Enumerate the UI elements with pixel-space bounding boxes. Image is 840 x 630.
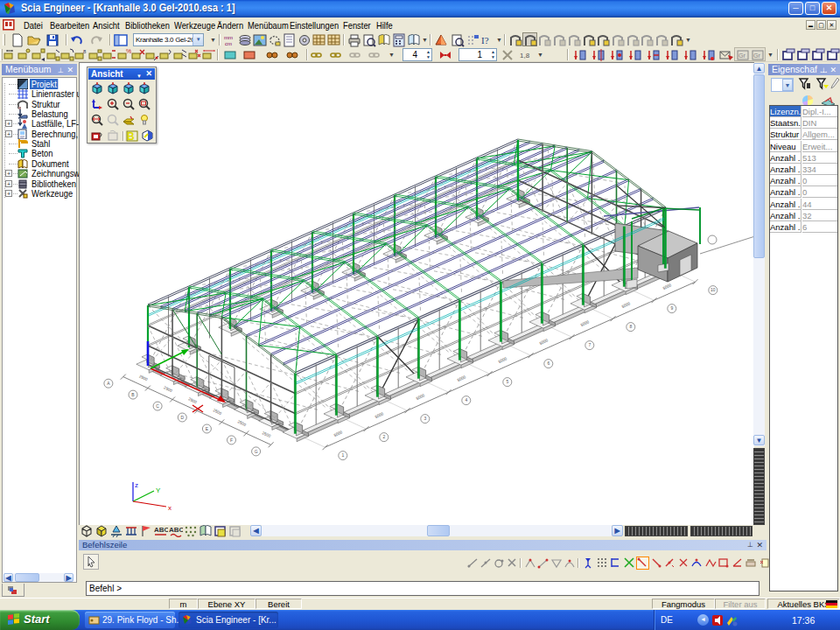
svg-text:mm: mm — [224, 35, 233, 40]
svg-text:%: % — [126, 48, 131, 54]
svg-text:2500: 2500 — [163, 385, 173, 393]
svg-text:8: 8 — [629, 324, 632, 329]
svg-text:2500: 2500 — [262, 430, 272, 438]
svg-text:I?: I? — [481, 35, 489, 46]
svg-text:5000: 5000 — [498, 356, 508, 364]
svg-text:F: F — [230, 438, 233, 443]
svg-text:5: 5 — [506, 379, 508, 384]
svg-text:ABC: ABC — [169, 526, 183, 534]
svg-text:x: x — [168, 504, 172, 512]
svg-text:10: 10 — [710, 287, 716, 292]
svg-text:1: 1 — [341, 452, 344, 458]
svg-text:7: 7 — [588, 342, 591, 347]
svg-text:Gr: Gr — [753, 52, 760, 59]
svg-text:5000: 5000 — [662, 283, 673, 290]
svg-text:cm: cm — [225, 41, 232, 46]
svg-text:5000: 5000 — [416, 393, 426, 401]
svg-text:1,8: 1,8 — [520, 52, 530, 60]
svg-text:5000: 5000 — [621, 301, 632, 309]
svg-text:2500: 2500 — [188, 396, 199, 404]
svg-text:4: 4 — [465, 397, 467, 402]
svg-text:Y: Y — [156, 486, 161, 494]
svg-text:z: z — [135, 481, 138, 489]
svg-text:2500: 2500 — [138, 374, 149, 382]
svg-text:ABC: ABC — [154, 526, 168, 534]
svg-text:5000: 5000 — [539, 338, 550, 346]
svg-text:C: C — [156, 403, 159, 409]
svg-text:3: 3 — [424, 416, 426, 421]
svg-text:B: B — [127, 130, 135, 142]
svg-text:5000: 5000 — [457, 374, 467, 382]
svg-text:8: 8 — [83, 49, 87, 54]
svg-text:Gr: Gr — [738, 52, 746, 59]
svg-text:5000: 5000 — [580, 319, 591, 327]
svg-text:2500: 2500 — [213, 408, 223, 416]
svg-text:2: 2 — [382, 434, 385, 439]
svg-text:2500: 2500 — [237, 419, 248, 427]
svg-text:5000: 5000 — [374, 411, 385, 419]
svg-text:G: G — [255, 449, 258, 454]
svg-text:9: 9 — [670, 305, 673, 311]
svg-text:5000: 5000 — [333, 430, 344, 438]
svg-text:6: 6 — [547, 360, 550, 366]
svg-text:D: D — [180, 415, 184, 420]
